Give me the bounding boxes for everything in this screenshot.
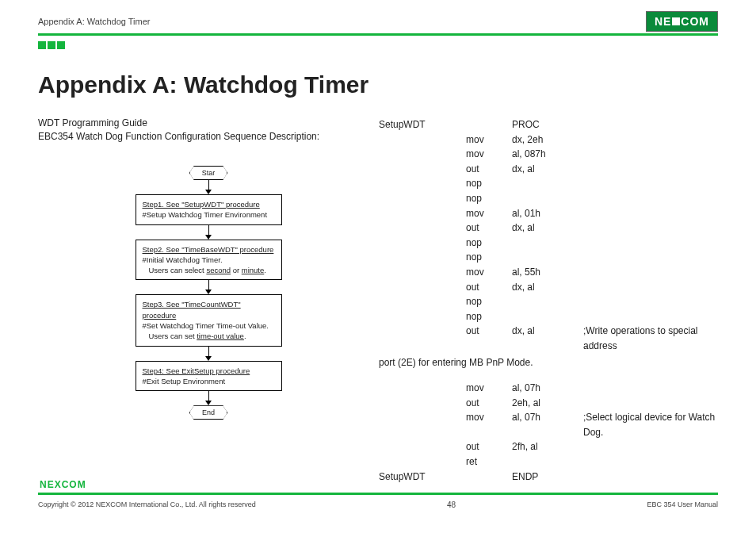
- code-line: nop: [379, 191, 718, 206]
- intro-line-1: WDT Programming Guide: [38, 117, 379, 128]
- page-number: 48: [447, 500, 456, 509]
- code-line: outdx, al: [379, 162, 718, 177]
- copyright: Copyright © 2012 NEXCOM International Co…: [38, 500, 256, 509]
- flow-step-2: Step2. See "TimeBaseWDT" procedure #Init…: [136, 240, 282, 281]
- flowchart: Star Step1. See "SetupWDT" procedure #Se…: [38, 166, 379, 420]
- code-line: nop: [379, 309, 718, 324]
- footer-divider: [38, 493, 718, 495]
- manual-name: EBC 354 User Manual: [647, 500, 718, 509]
- code-line: SetupWDTPROC: [379, 117, 718, 132]
- code-note: port (2E) for entering MB PnP Mode.: [379, 355, 718, 370]
- arrow-icon: [205, 347, 212, 361]
- arrow-icon: [205, 280, 212, 294]
- code-line: outdx, al: [379, 220, 718, 236]
- arrow-icon: [205, 225, 212, 240]
- code-line: movdx, 2eh: [379, 132, 718, 148]
- code-line: nop: [379, 294, 718, 309]
- footer-row: Copyright © 2012 NEXCOM International Co…: [38, 500, 718, 509]
- logo-bottom: NEXCOM: [38, 479, 88, 490]
- flow-step-4: Step4: See ExitSetup procedure #Exit Set…: [136, 361, 282, 392]
- left-column: WDT Programming Guide EBC354 Watch Dog F…: [38, 117, 379, 484]
- intro-line-2: EBC354 Watch Dog Function Configuration …: [38, 131, 379, 142]
- code-line: SetupWDTENDP: [379, 470, 718, 485]
- code-line: moval, 55h: [379, 265, 718, 280]
- code-line: ret: [379, 454, 718, 470]
- code-line: out2fh, al: [379, 439, 718, 454]
- logo-top: NECOM: [646, 11, 718, 32]
- flow-step-1: Step1. See "SetupWDT" procedure #Setup W…: [136, 194, 282, 225]
- code-line: moval, 07h;Select logical device for Wat…: [379, 410, 718, 439]
- code-line: moval, 01h: [379, 206, 718, 221]
- code-line: nop: [379, 236, 718, 251]
- code-line: outdx, al;Write operations to special ad…: [379, 324, 718, 353]
- code-column: SetupWDTPROCmovdx, 2ehmoval, 087houtdx, …: [379, 117, 718, 484]
- decorative-squares: [38, 41, 65, 49]
- arrow-icon: [205, 391, 212, 405]
- header-divider: [38, 33, 718, 36]
- code-line: moval, 07h: [379, 381, 718, 396]
- arrow-icon: [205, 180, 212, 194]
- content-area: WDT Programming Guide EBC354 Watch Dog F…: [38, 117, 718, 484]
- flow-start: Star: [189, 166, 227, 180]
- flow-step-3: Step3. See "TimeCountWDT" procedure #Set…: [136, 294, 282, 346]
- code-line: moval, 087h: [379, 147, 718, 162]
- breadcrumb: Appendix A: Watchdog Timer: [38, 17, 150, 26]
- page-title: Appendix A: Watchdog Timer: [38, 71, 368, 98]
- code-line: nop: [379, 250, 718, 265]
- flow-end: End: [189, 405, 227, 420]
- code-line: out2eh, al: [379, 396, 718, 411]
- code-line: outdx, al: [379, 280, 718, 295]
- code-line: nop: [379, 176, 718, 191]
